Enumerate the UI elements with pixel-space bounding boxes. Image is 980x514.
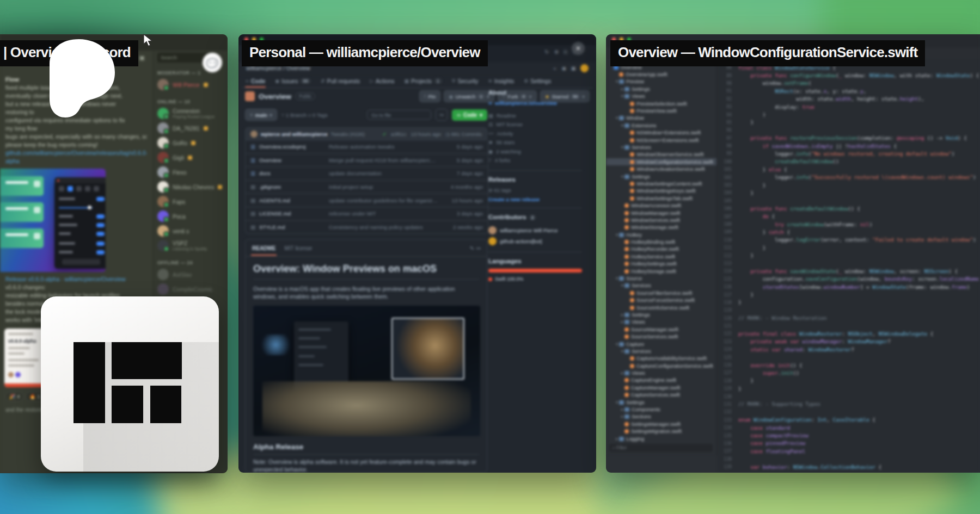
chat-link[interactable]: alpha [5,157,147,165]
inbox-icon[interactable]: ▣ [571,65,576,71]
file-commit-message[interactable]: update documentation [329,170,443,176]
navigator-item[interactable]: WindowObserverService.swift [606,151,716,158]
navigator-item[interactable]: SourceFocusService.swift [606,297,716,304]
discord-server-badge-icon[interactable] [203,53,222,72]
disclosure-icon[interactable]: ▸ [620,371,624,375]
disclosure-icon[interactable]: ▾ [615,276,619,281]
member-row[interactable]: AstSlav [157,268,223,281]
table-row[interactable]: ▥docsupdate documentation7 days ago [246,166,488,180]
repo-name[interactable]: Overview [259,92,291,101]
member-row[interactable]: Will Pierce [157,78,223,91]
file-commit-message[interactable]: relicense under MIT [329,210,443,216]
navigator-item[interactable]: SettingsMigration.swift [606,428,716,435]
navigator-item[interactable]: WindowConfigurationService.swift [606,158,716,165]
channel-header-icon[interactable]: ▣ [139,54,145,61]
navigator-item[interactable]: SourceFilterService.swift [606,289,716,296]
navigator-item[interactable]: CaptureManager.swift [606,384,716,391]
navigator-item[interactable]: SourceManager.swift [606,326,716,333]
avatar[interactable] [580,64,589,72]
file-name[interactable]: STYLE.md [259,224,329,230]
file-commit-message[interactable]: update contributor guidelines for file o… [329,197,443,203]
navigator-item[interactable]: ▾Views [606,93,716,100]
table-row[interactable]: ▤.gitignoreinitial project setup4 months… [246,180,488,194]
issues-icon[interactable]: ◉ [562,65,567,71]
disclosure-icon[interactable]: ▾ [615,400,619,405]
navigator-item[interactable]: PreviewView.swift [606,107,716,114]
navigator-item[interactable]: ▾Extensions [606,122,716,129]
navigator-item[interactable]: OverviewApp.swift [606,71,716,78]
navigator-item[interactable]: WindowStorage.swift [606,224,716,231]
xcode-editor[interactable]: 88final class WindowStateService {89 pri… [718,59,980,473]
chat-image-embed[interactable] [0,169,106,272]
tab-issues[interactable]: ◉Issues88 [271,76,315,88]
about-row[interactable]: ◉2 watching [488,147,582,156]
navigator-item[interactable]: ▸Sections [606,413,716,420]
disclosure-icon[interactable]: ▸ [620,87,624,91]
branch-tag-counts[interactable]: ⑂ 1 Branch ⊘ 0 Tags [281,112,328,118]
disclosure-icon[interactable]: ▸ [620,414,624,419]
navigator-item[interactable]: WindowManager.swift [606,209,716,216]
navigator-item[interactable]: CaptureServices.swift [606,392,716,399]
member-row[interactable]: venti s [157,224,223,238]
commit-message[interactable]: Tweaks (#226) [331,131,365,137]
disclosure-icon[interactable]: ▾ [615,233,619,237]
disclosure-icon[interactable]: ▸ [620,407,624,412]
tab-readme[interactable]: README [251,241,277,256]
navigator-item[interactable]: CaptureAvailabilityService.swift [606,355,716,362]
navigator-item[interactable]: ▸Logging [606,435,716,442]
create-release-link[interactable]: Create a new release [488,196,582,202]
about-row[interactable]: ★56 stars [488,138,582,147]
file-commit-message[interactable]: Consistency and naming policy updates [329,224,443,230]
navigator-item[interactable]: WindowSettingsContent.swift [606,180,716,187]
checks-passed-icon[interactable]: ✓ [382,131,387,137]
file-commit-message[interactable]: Release automation tweaks [329,144,443,150]
navigator-item[interactable]: SettingsManager.swift [606,420,716,428]
navigator-item[interactable]: ▾Settings [606,173,716,180]
member-row[interactable]: Gigli [157,151,223,164]
navigator-item[interactable]: CaptureEngine.swift [606,377,716,384]
commit-authors[interactable]: wpierce and williamcpierce [261,131,328,137]
contributor-row[interactable]: github-actions[bot] [488,236,582,246]
disclosure-icon[interactable]: ▾ [620,145,624,150]
navigator-item[interactable]: ▾Hotkey [606,231,716,238]
navigator-item[interactable]: ▸Components [606,406,716,413]
member-row[interactable]: VSPZListening to Spotify [157,239,223,252]
disclosure-icon[interactable]: ▾ [620,175,624,179]
reaction-pill[interactable]: 🎉4 [5,392,23,401]
github-browser-window[interactable]: ↻⊕⎘❐ williamcpierce / Overview ＋ ◉ ▣ ‹›C… [238,34,596,473]
github-topbar-icons[interactable]: ＋ ◉ ▣ [552,64,589,72]
file-name[interactable]: LICENSE.md [259,210,329,216]
about-row[interactable]: 〰Activity [488,129,582,138]
disclosure-icon[interactable]: ▸ [620,320,624,324]
latest-commit-bar[interactable]: wpierce and williamcpierce Tweaks (#226)… [245,127,487,140]
navigator-item[interactable]: WindowAccessor.swift [606,202,716,209]
disclosure-icon[interactable]: ▾ [615,116,619,120]
navigator-item[interactable]: ▾Services [606,282,716,289]
navigator-item[interactable]: ▾Capture [606,340,716,348]
commit-count[interactable]: ◷ 881 Commits [445,131,482,137]
branch-selector[interactable]: ⑂main▾ [245,109,277,121]
disclosure-icon[interactable]: ▸ [615,437,619,441]
website-link[interactable]: ∞williampierce.io/overview [488,100,582,106]
navigator-item[interactable]: HotkeyStorage.swift [606,268,716,275]
navigator-item[interactable]: SourceServices.swift [606,333,716,340]
disclosure-icon[interactable]: ▾ [620,349,624,354]
toolbar-icon[interactable]: ⎘ [564,49,568,55]
tab-pull-requests[interactable]: ⇵Pull requests [317,76,364,88]
chat-link[interactable]: github.com/williamcpierce/Overview/relea… [5,149,147,157]
tab-insights[interactable]: ≋Insights [484,76,518,88]
member-row[interactable]: Poca [157,209,223,223]
tab-license[interactable]: MIT license [284,245,312,251]
member-row[interactable]: DA_76281 [157,121,223,135]
tab-security[interactable]: ⛨Security [448,76,482,88]
table-row[interactable]: ▤LICENSE.mdrelicense under MIT3 days ago [246,207,488,220]
navigator-item[interactable]: WindowSettingsTab.swift [606,195,716,202]
navigator-item[interactable]: ▾Source [606,275,716,282]
about-row[interactable]: ⚖MIT license [488,120,582,129]
edit-icon[interactable]: ✎ ≔ [470,245,481,251]
pin-button[interactable]: ⟟Pin [419,90,440,102]
navigator-item[interactable]: ▸Settings [606,85,716,92]
navigator-item[interactable]: CaptureConfigurationService.swift [606,362,716,369]
member-row[interactable]: Nikolas Chevres [157,180,223,194]
navigator-item[interactable]: ▾Window [606,115,716,122]
